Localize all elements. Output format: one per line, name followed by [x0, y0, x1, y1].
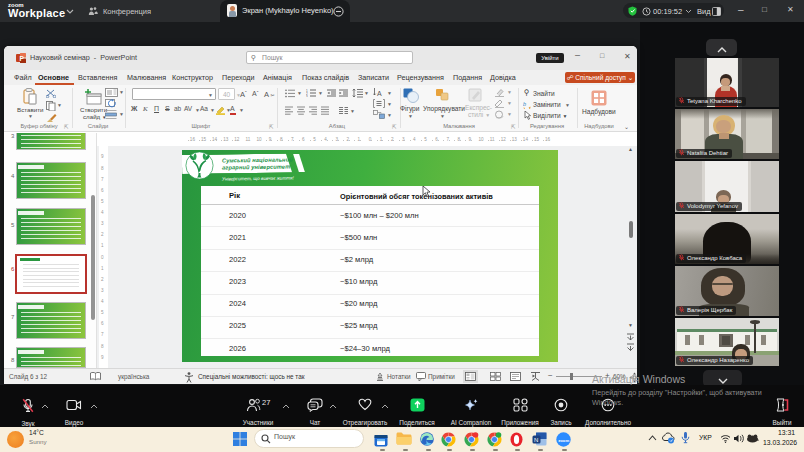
svg-text:zoom: zoom [558, 437, 569, 442]
svg-text:27: 27 [262, 398, 270, 407]
svg-text:A: A [377, 90, 382, 97]
svg-text:b: b [523, 101, 526, 107]
svg-text:3: 3 [306, 95, 308, 97]
svg-text:P: P [20, 55, 25, 62]
svg-text:N: N [534, 436, 538, 442]
